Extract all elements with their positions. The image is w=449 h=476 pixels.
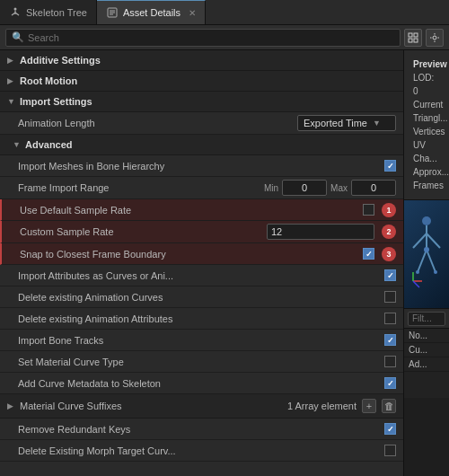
animation-length-value: Exported Time ▼	[297, 115, 396, 131]
import-meshes-checkbox[interactable]	[384, 160, 396, 172]
import-settings-label: Import Settings	[20, 96, 92, 107]
frames-text: Frames	[413, 179, 440, 192]
svg-point-0	[14, 7, 17, 10]
use-default-sample-checkbox[interactable]	[363, 204, 374, 216]
bottom-row-2[interactable]: Cu...	[404, 343, 449, 357]
delete-anim-attrs-row: Delete existing Animation Attributes	[0, 308, 403, 330]
import-attributes-label: Import Attributes as Curves or Ani...	[18, 270, 384, 281]
add-curve-value	[384, 377, 396, 389]
dropdown-arrow-icon: ▼	[373, 119, 381, 128]
material-curve-suffixes-section[interactable]: ▶ Material Curve Suffixes 1 Array elemen…	[0, 394, 403, 419]
svg-rect-10	[409, 39, 412, 42]
import-bone-tracks-value	[384, 334, 396, 346]
asset-icon	[106, 6, 119, 19]
add-curve-checkbox[interactable]	[384, 377, 396, 389]
frame-min-input[interactable]	[282, 180, 327, 196]
import-meshes-row: Import Meshes in Bone Hierarchy	[0, 155, 403, 177]
annotation-3: 3	[382, 247, 396, 261]
delete-anim-curves-value	[384, 291, 396, 303]
set-material-label: Set Material Curve Type	[18, 357, 384, 367]
svg-point-20	[416, 270, 419, 274]
advanced-section[interactable]: ▼ Advanced	[0, 135, 403, 155]
uv-text: UV Cha...	[413, 138, 440, 165]
import-bone-tracks-checkbox[interactable]	[384, 334, 396, 346]
frame-import-range-row: Frame Import Range Min Max	[0, 177, 403, 199]
frame-max-input[interactable]	[351, 180, 396, 196]
add-array-element-button[interactable]: +	[362, 399, 376, 413]
custom-sample-value: 2	[267, 224, 396, 240]
svg-rect-11	[414, 39, 418, 42]
chevron-right-icon-2: ▶	[7, 76, 16, 85]
root-motion-section[interactable]: ▶ Root Motion	[0, 71, 403, 92]
animation-length-label: Animation Length	[18, 118, 297, 128]
settings-button[interactable]	[426, 29, 444, 47]
array-controls: 1 Array element + 🗑	[287, 399, 396, 413]
import-settings-section[interactable]: ▼ Import Settings	[0, 92, 403, 112]
delete-array-element-button[interactable]: 🗑	[382, 399, 396, 413]
import-meshes-value	[384, 160, 396, 172]
chevron-right-icon-3: ▶	[7, 401, 16, 410]
preview-header: Preview LOD: 0 Current Triangl... Vertic…	[404, 50, 449, 200]
import-attributes-row: Import Attributes as Curves or Ani...	[0, 265, 403, 286]
bottom-row-1-label: No...	[409, 331, 445, 340]
animation-length-dropdown[interactable]: Exported Time ▼	[297, 115, 396, 131]
delete-morph-label: Delete Existing Morph Target Curv...	[18, 445, 384, 456]
use-default-sample-value: 1	[363, 203, 396, 217]
additive-settings-label: Additive Settings	[20, 55, 101, 66]
tab-asset-details[interactable]: Asset Details ✕	[97, 0, 206, 24]
preview-label: Preview LOD: 0 Current Triangl... Vertic…	[409, 54, 445, 196]
close-tab-icon[interactable]: ✕	[189, 8, 196, 18]
use-default-sample-label: Use Default Sample Rate	[20, 205, 363, 216]
delete-anim-attrs-checkbox[interactable]	[384, 313, 396, 324]
grid-view-button[interactable]	[404, 29, 422, 47]
svg-line-18	[427, 250, 436, 272]
import-attributes-checkbox[interactable]	[384, 269, 396, 281]
bottom-rows: No... Cu... Ad...	[404, 329, 449, 372]
svg-point-21	[434, 270, 437, 274]
delete-anim-curves-checkbox[interactable]	[384, 291, 396, 303]
root-motion-label: Root Motion	[20, 75, 77, 86]
left-panel: ▶ Additive Settings ▶ Root Motion ▼ Impo…	[0, 50, 404, 476]
search-input[interactable]	[28, 32, 394, 43]
bottom-search-box[interactable]	[408, 312, 445, 326]
approx-text: Approx...	[413, 165, 440, 179]
set-material-checkbox[interactable]	[384, 356, 396, 367]
import-bone-tracks-row: Import Bone Tracks	[0, 330, 403, 351]
lod-text: LOD: 0	[413, 71, 440, 98]
use-default-sample-rate-row: Use Default Sample Rate 1	[0, 199, 403, 221]
additive-settings-section[interactable]: ▶ Additive Settings	[0, 50, 403, 71]
skeleton-preview-svg	[409, 214, 445, 295]
triangles-text: Triangl...	[413, 111, 440, 125]
remove-redundant-checkbox[interactable]	[384, 423, 396, 435]
custom-sample-rate-row: Custom Sample Rate 2	[0, 221, 403, 243]
add-curve-row: Add Curve Metadata to Skeleton	[0, 373, 403, 394]
toolbar: 🔍	[0, 25, 449, 50]
set-material-value	[384, 356, 396, 367]
bottom-row-3[interactable]: Ad...	[404, 357, 449, 372]
svg-point-13	[422, 216, 431, 225]
delete-anim-curves-label: Delete existing Animation Curves	[18, 292, 384, 303]
material-curve-suffixes-label: Material Curve Suffixes	[20, 401, 122, 411]
vertices-text: Vertices	[413, 125, 440, 138]
snap-value: 3	[363, 247, 396, 261]
delete-morph-checkbox[interactable]	[384, 445, 396, 456]
svg-line-16	[427, 234, 440, 248]
tab-skeleton-tree[interactable]: Skeleton Tree	[0, 0, 97, 24]
max-label: Max	[330, 183, 348, 193]
svg-rect-9	[414, 33, 418, 37]
snap-checkbox[interactable]	[363, 248, 374, 260]
svg-line-15	[413, 234, 427, 248]
bottom-search-input[interactable]	[412, 313, 441, 323]
bottom-row-1[interactable]: No...	[404, 329, 449, 343]
main-area: ▶ Additive Settings ▶ Root Motion ▼ Impo…	[0, 50, 449, 476]
svg-line-2	[12, 13, 15, 15]
array-count: 1 Array element	[287, 401, 357, 411]
bottom-panel: No... Cu... Ad...	[404, 308, 449, 398]
right-panel: Preview LOD: 0 Current Triangl... Vertic…	[404, 50, 449, 476]
current-text: Current	[413, 98, 440, 111]
search-box[interactable]: 🔍	[5, 29, 401, 47]
frame-import-range-value: Min Max	[264, 180, 396, 196]
remove-redundant-row: Remove Redundant Keys	[0, 419, 403, 440]
snap-label: Snap to Closest Frame Boundary	[20, 249, 363, 260]
custom-sample-input[interactable]	[267, 224, 374, 240]
